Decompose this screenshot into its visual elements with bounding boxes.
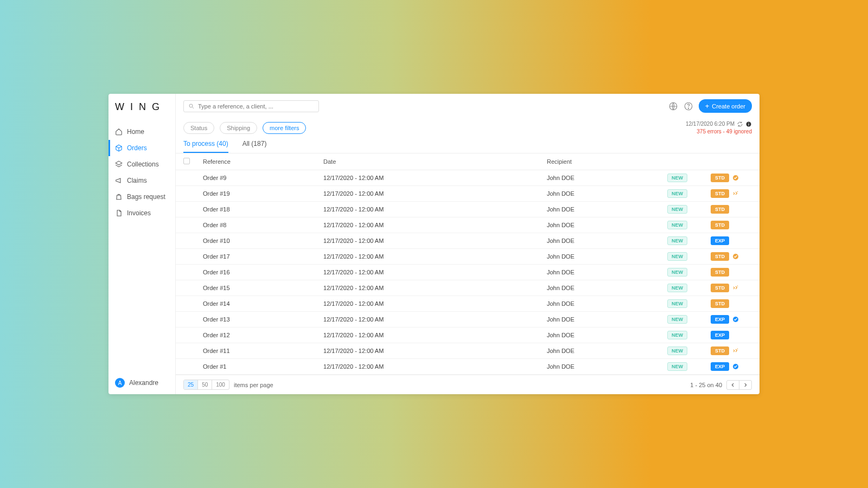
- prev-page-button[interactable]: [727, 381, 739, 389]
- page-size-100[interactable]: 100: [212, 380, 229, 389]
- cell-recipient: John DOE: [541, 280, 662, 296]
- cell-recipient: John DOE: [541, 170, 662, 186]
- sidebar-item-invoices[interactable]: Invoices: [108, 205, 175, 221]
- col-date[interactable]: Date: [318, 153, 541, 170]
- status-badge: NEW: [667, 205, 687, 214]
- svg-point-0: [189, 104, 193, 107]
- user-info[interactable]: A Alexandre: [108, 371, 175, 394]
- cell-reference: Order #8: [197, 217, 318, 233]
- status-badge: NEW: [667, 331, 687, 339]
- sidebar-item-label: Bags request: [127, 193, 165, 201]
- megaphone-icon: [115, 177, 123, 184]
- cell-reference: Order #9: [197, 170, 318, 186]
- user-name: Alexandre: [129, 379, 158, 387]
- check-orange-icon: [732, 175, 739, 181]
- shipping-badge: STD: [711, 346, 729, 355]
- shipping-badge: STD: [711, 174, 729, 182]
- info-icon[interactable]: [745, 121, 752, 127]
- shipping-badge: STD: [711, 221, 729, 229]
- cell-date: 12/17/2020 - 12:00 AM: [318, 265, 541, 280]
- status-badge: NEW: [667, 284, 687, 292]
- table-row[interactable]: Order #1512/17/2020 - 12:00 AMJohn DOENE…: [176, 280, 760, 296]
- table-row[interactable]: Order #912/17/2020 - 12:00 AMJohn DOENEW…: [176, 170, 760, 186]
- status-badge: NEW: [667, 236, 687, 245]
- table-row[interactable]: Order #1612/17/2020 - 12:00 AMJohn DOENE…: [176, 265, 760, 280]
- sidebar-item-collections[interactable]: Collections: [108, 156, 175, 172]
- cell-date: 12/17/2020 - 12:00 AM: [318, 170, 541, 186]
- svg-rect-6: [749, 124, 749, 126]
- shipping-badge: STD: [711, 205, 729, 214]
- plus-icon: +: [705, 102, 710, 110]
- search-input[interactable]: [183, 100, 319, 112]
- create-order-label: Create order: [712, 103, 745, 110]
- sync-time: 12/17/2020 6:20 PM: [686, 120, 735, 128]
- table-row[interactable]: Order #1312/17/2020 - 12:00 AMJohn DOENE…: [176, 312, 760, 328]
- col-recipient[interactable]: Recipient: [541, 153, 662, 170]
- filter-shipping[interactable]: Shipping: [220, 122, 257, 134]
- cell-recipient: John DOE: [541, 312, 662, 328]
- sync-errors: 375 errors - 49 ignored: [686, 128, 752, 136]
- shipping-badge: STD: [711, 189, 729, 198]
- table-row[interactable]: Order #1412/17/2020 - 12:00 AMJohn DOENE…: [176, 296, 760, 312]
- refresh-icon[interactable]: [737, 121, 743, 127]
- cell-recipient: John DOE: [541, 186, 662, 202]
- shipping-badge: EXP: [711, 315, 729, 324]
- cell-recipient: John DOE: [541, 296, 662, 312]
- sidebar-item-label: Claims: [127, 177, 147, 184]
- cell-date: 12/17/2020 - 12:00 AM: [318, 217, 541, 233]
- table-row[interactable]: Order #812/17/2020 - 12:00 AMJohn DOENEW…: [176, 217, 760, 233]
- svg-line-1: [193, 107, 194, 108]
- page-size-25[interactable]: 25: [184, 380, 197, 389]
- sidebar-item-label: Orders: [127, 144, 147, 152]
- shipping-badge: STD: [711, 284, 729, 292]
- page-size-50[interactable]: 50: [197, 380, 212, 389]
- create-order-button[interactable]: + Create order: [699, 99, 752, 113]
- cell-date: 12/17/2020 - 12:00 AM: [318, 359, 541, 375]
- cell-reference: Order #14: [197, 296, 318, 312]
- cell-reference: Order #16: [197, 265, 318, 280]
- home-icon: [115, 128, 123, 136]
- page-size-selector[interactable]: 25 50 100: [183, 380, 229, 390]
- table-row[interactable]: Order #1812/17/2020 - 12:00 AMJohn DOENE…: [176, 202, 760, 217]
- shipping-badge: STD: [711, 299, 729, 308]
- globe-icon[interactable]: [668, 101, 678, 111]
- sidebar-item-home[interactable]: Home: [108, 124, 175, 140]
- cell-recipient: John DOE: [541, 265, 662, 280]
- cell-recipient: John DOE: [541, 202, 662, 217]
- next-page-button[interactable]: [739, 381, 751, 389]
- cell-reference: Order #17: [197, 249, 318, 265]
- cell-date: 12/17/2020 - 12:00 AM: [318, 328, 541, 343]
- avatar: A: [115, 378, 125, 388]
- table-row[interactable]: Order #1212/17/2020 - 12:00 AMJohn DOENE…: [176, 328, 760, 343]
- table-row[interactable]: Order #112/17/2020 - 12:00 AMJohn DOENEW…: [176, 359, 760, 375]
- filter-status[interactable]: Status: [183, 122, 214, 134]
- squiggle-icon: [732, 348, 739, 354]
- search-field[interactable]: [198, 103, 314, 110]
- status-badge: NEW: [667, 315, 687, 324]
- check-orange-icon: [732, 253, 739, 260]
- bag-icon: [115, 193, 123, 201]
- help-icon[interactable]: [684, 101, 693, 111]
- col-reference[interactable]: Reference: [197, 153, 318, 170]
- select-all-checkbox[interactable]: [183, 158, 190, 164]
- tab-to-process[interactable]: To process (40): [183, 140, 228, 153]
- cell-reference: Order #12: [197, 328, 318, 343]
- sidebar-item-claims[interactable]: Claims: [108, 172, 175, 189]
- cell-recipient: John DOE: [541, 217, 662, 233]
- box-icon: [115, 144, 123, 152]
- status-badge: NEW: [667, 362, 687, 371]
- sidebar-item-bags-request[interactable]: Bags request: [108, 189, 175, 205]
- squiggle-icon: [732, 285, 739, 291]
- cell-reference: Order #19: [197, 186, 318, 202]
- table-row[interactable]: Order #1912/17/2020 - 12:00 AMJohn DOENE…: [176, 186, 760, 202]
- status-badge: NEW: [667, 252, 687, 261]
- table-row[interactable]: Order #1012/17/2020 - 12:00 AMJohn DOENE…: [176, 233, 760, 249]
- table-row[interactable]: Order #1712/17/2020 - 12:00 AMJohn DOENE…: [176, 249, 760, 265]
- cell-recipient: John DOE: [541, 249, 662, 265]
- svg-point-7: [748, 123, 749, 123]
- table-row[interactable]: Order #1112/17/2020 - 12:00 AMJohn DOENE…: [176, 343, 760, 359]
- filter-more[interactable]: more filters: [263, 122, 306, 134]
- cell-reference: Order #15: [197, 280, 318, 296]
- sidebar-item-orders[interactable]: Orders: [108, 140, 175, 156]
- tab-all[interactable]: All (187): [242, 140, 267, 153]
